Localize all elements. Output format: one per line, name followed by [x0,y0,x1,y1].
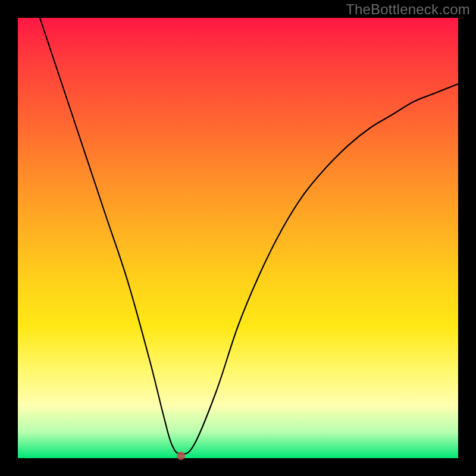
watermark-text: TheBottleneck.com [346,1,470,18]
plot-area [18,18,458,458]
minimum-marker [177,452,185,460]
curve-svg [18,18,458,458]
bottleneck-curve [40,18,458,454]
chart-frame: TheBottleneck.com [0,0,476,476]
